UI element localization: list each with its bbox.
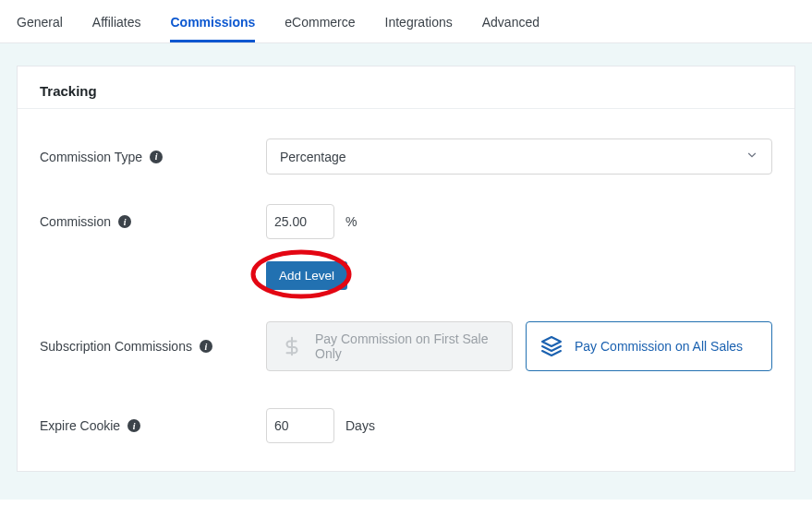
layers-icon bbox=[539, 334, 564, 358]
tab-commissions[interactable]: Commissions bbox=[170, 15, 255, 42]
expire-cookie-unit: Days bbox=[345, 418, 375, 433]
dollar-icon bbox=[280, 334, 304, 358]
tracking-panel: Tracking Commission Type i Percentage bbox=[17, 66, 795, 472]
settings-tabs: General Affiliates Commissions eCommerce… bbox=[0, 0, 812, 43]
info-icon[interactable]: i bbox=[150, 151, 163, 163]
tab-integrations[interactable]: Integrations bbox=[385, 15, 453, 42]
label-commission-type-text: Commission Type bbox=[40, 150, 142, 164]
row-add-level: Add Level bbox=[40, 261, 772, 290]
commission-type-select[interactable]: Percentage bbox=[266, 139, 772, 175]
annotation-wrapper: Add Level bbox=[266, 261, 347, 290]
option-first-sale[interactable]: Pay Commission on First Sale Only bbox=[266, 321, 513, 371]
subscription-toggle-group: Pay Commission on First Sale Only Pay Co… bbox=[266, 321, 772, 371]
option-first-sale-label: Pay Commission on First Sale Only bbox=[315, 331, 499, 361]
label-subscription-commissions-text: Subscription Commissions bbox=[40, 339, 192, 354]
tab-affiliates[interactable]: Affiliates bbox=[92, 15, 141, 42]
label-commission-type: Commission Type i bbox=[40, 150, 266, 164]
row-subscription-commissions: Subscription Commissions i Pay Commissio… bbox=[40, 321, 772, 371]
expire-cookie-input[interactable] bbox=[266, 408, 334, 443]
commission-unit: % bbox=[345, 214, 357, 229]
option-all-sales-label: Pay Commission on All Sales bbox=[575, 339, 743, 354]
label-expire-cookie: Expire Cookie i bbox=[40, 418, 266, 433]
info-icon[interactable]: i bbox=[118, 215, 131, 228]
svg-marker-2 bbox=[542, 337, 561, 346]
label-expire-cookie-text: Expire Cookie bbox=[40, 418, 120, 433]
label-subscription-commissions: Subscription Commissions i bbox=[40, 339, 266, 354]
label-commission-text: Commission bbox=[40, 214, 111, 229]
info-icon[interactable]: i bbox=[200, 340, 212, 353]
option-all-sales[interactable]: Pay Commission on All Sales bbox=[526, 321, 772, 371]
add-level-button[interactable]: Add Level bbox=[266, 261, 347, 290]
info-icon[interactable]: i bbox=[127, 419, 140, 432]
panel-heading: Tracking bbox=[40, 83, 772, 99]
page-background: Tracking Commission Type i Percentage bbox=[0, 43, 812, 500]
tab-general[interactable]: General bbox=[17, 15, 63, 42]
row-expire-cookie: Expire Cookie i Days bbox=[40, 408, 772, 443]
chevron-down-icon bbox=[745, 149, 758, 164]
row-commission-type: Commission Type i Percentage bbox=[40, 139, 772, 175]
tab-advanced[interactable]: Advanced bbox=[482, 15, 539, 42]
label-commission: Commission i bbox=[40, 214, 266, 229]
commission-type-value: Percentage bbox=[280, 150, 346, 164]
tab-ecommerce[interactable]: eCommerce bbox=[285, 15, 355, 42]
commission-input[interactable] bbox=[266, 204, 334, 239]
panel-divider bbox=[18, 108, 794, 109]
row-commission: Commission i % bbox=[40, 204, 772, 239]
